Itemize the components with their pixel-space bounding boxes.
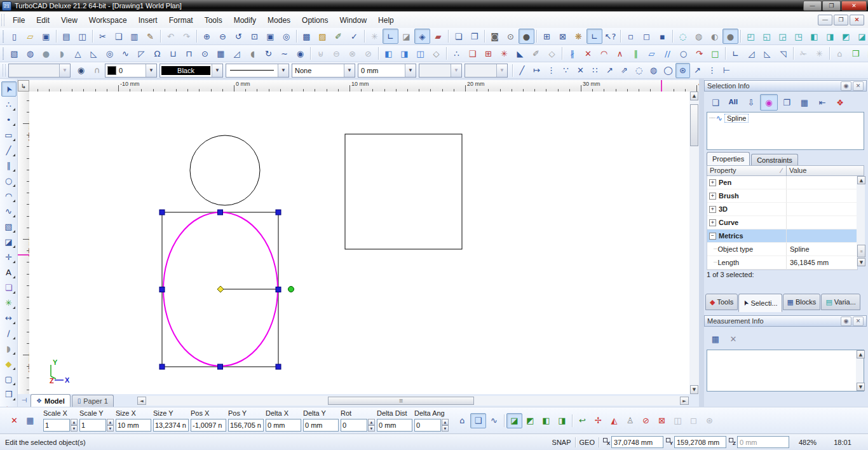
duplicate-tool-button[interactable]: ❒ [1, 386, 17, 402]
line-style-combo[interactable]: ▼ [226, 64, 289, 78]
snap-intersection-button[interactable]: ✕ [573, 63, 588, 78]
snap-free-button[interactable]: ╱ [515, 63, 529, 78]
property-row-3d[interactable]: +3D [707, 203, 857, 216]
snap-divide-button[interactable]: ⋮ [705, 63, 719, 78]
snap-aperture-button[interactable]: ⊛ [675, 63, 690, 78]
palette-tab-tools[interactable]: ◆Tools [705, 294, 738, 310]
selection-handle[interactable] [218, 210, 223, 215]
selection-handle[interactable] [276, 287, 281, 292]
report-table-button[interactable]: ▦ [707, 331, 724, 347]
spinner[interactable]: ▲▼ [107, 419, 114, 432]
snap-middle-button[interactable]: ↗ [602, 63, 617, 78]
measure-handles-button[interactable]: ⇤ [813, 94, 831, 111]
snap-arc-button[interactable]: ⇗ [617, 63, 632, 78]
tab-properties[interactable]: Properties [707, 152, 750, 165]
chevron-down-icon[interactable]: ▼ [405, 64, 416, 77]
select-all-button[interactable]: All [724, 94, 742, 111]
maximize-button[interactable]: ❐ [822, 1, 841, 11]
copy-button[interactable]: ❑ [111, 29, 126, 44]
snap-status-toggle[interactable]: SNAP [552, 439, 571, 446]
selection-handle[interactable] [218, 364, 223, 369]
meet-2-lines-button[interactable]: ✕ [580, 46, 596, 61]
sphere-mesh-button[interactable]: ◍ [22, 46, 38, 61]
tab-list-button[interactable]: ⊣ [18, 394, 31, 407]
layer-lock-button[interactable]: ∩ [89, 63, 105, 78]
field-input[interactable]: 156,705 n [228, 419, 264, 432]
camera-photo-button[interactable]: ⊙ [503, 29, 519, 44]
mdi-close-button[interactable]: ✕ [850, 15, 864, 25]
extrude-tool-button[interactable]: ◪ [1, 234, 17, 249]
workplane-facet-button[interactable]: ◨ [554, 413, 570, 428]
view-plan-button[interactable]: ◰ [743, 29, 759, 44]
selection-handle[interactable] [159, 210, 165, 215]
expand-icon[interactable]: + [709, 206, 716, 213]
ruler-origin-button[interactable]: ↳ [18, 80, 29, 92]
facet-edit-button[interactable]: ◇ [428, 46, 444, 61]
actor-button[interactable]: ♙ [622, 413, 638, 428]
menu-options[interactable]: Options [296, 14, 334, 27]
dimension-tool-button[interactable]: ↔ [1, 310, 17, 325]
arc-by-pick-button[interactable]: ↷ [691, 46, 707, 61]
chamfer-two-distances-button[interactable]: ◹ [775, 46, 791, 61]
insert-drawing-button[interactable]: ⊞ [539, 29, 555, 44]
chamfer-distance-button[interactable]: ◿ [743, 46, 759, 61]
spell-check-button[interactable]: ✓ [346, 29, 362, 44]
palette-tab-blocks[interactable]: ▦Blocks [783, 294, 821, 310]
print-button[interactable]: ▤ [58, 29, 74, 44]
hemisphere-button[interactable]: ◗ [54, 46, 70, 61]
insert-object-button[interactable]: ⊠ [555, 29, 571, 44]
workplane-by-entity-button[interactable]: ◣ [512, 46, 528, 61]
chevron-down-icon[interactable]: ▼ [146, 64, 156, 77]
property-row-brush[interactable]: +Brush [707, 189, 857, 203]
select-2d-tool-button[interactable]: ▢ [1, 371, 17, 386]
report-table-button[interactable]: ▦ [796, 94, 813, 111]
rotation-handle[interactable] [288, 287, 294, 292]
circle-tangent-button[interactable]: ○ [675, 46, 691, 61]
facet-intersect-button[interactable]: ◫ [412, 46, 428, 61]
menu-format[interactable]: Format [163, 14, 199, 27]
zoom-previous-button[interactable]: ↺ [231, 29, 247, 44]
collapse-icon[interactable]: − [709, 233, 716, 240]
extra-combo-2[interactable]: ▼ [465, 64, 508, 78]
selector-options-button[interactable]: ❖ [831, 94, 849, 111]
group-lock-button[interactable]: ⌂ [832, 46, 848, 61]
spinner[interactable]: ▲▼ [368, 419, 375, 432]
rotate-3d-button[interactable]: ↻ [261, 46, 276, 61]
rectangle-tool-button[interactable]: ▭ [1, 127, 17, 142]
horizontal-ruler[interactable]: -10 mm0 mm10 mm20 mm30 mm40 mm [29, 80, 699, 92]
field-input[interactable]: 0 [414, 419, 441, 432]
cylinder-hole-button[interactable]: ⊓ [181, 46, 197, 61]
spiral-button[interactable]: ◉ [292, 46, 308, 61]
cancel-button[interactable]: ✕ [6, 413, 22, 428]
selection-handle[interactable] [159, 364, 165, 369]
scroll-thumb[interactable] [690, 104, 698, 146]
extrude-button[interactable]: ◸ [133, 46, 149, 61]
shrink-trim-button[interactable]: ✁ [796, 46, 811, 61]
revolve-button[interactable]: Ω [149, 46, 165, 61]
line-pattern-combo[interactable]: None▼ [292, 64, 355, 78]
camera-button[interactable]: ◙ [487, 29, 503, 44]
field-input[interactable]: -1,0097 n [191, 419, 226, 432]
copy-properties-button[interactable]: ▩ [299, 29, 315, 44]
close-icon[interactable]: ✕ [853, 81, 864, 91]
menu-workspace[interactable]: Workspace [83, 14, 133, 27]
paste-button[interactable]: ▥ [126, 29, 142, 44]
grid-scrollbar[interactable]: ▲≡▼ [857, 176, 865, 266]
measurement-info-header[interactable]: Measurement Info ◉ ✕ [704, 315, 867, 327]
angle-ruler-button[interactable]: ◭ [606, 413, 622, 428]
symbols-palette-button[interactable]: ▨ [315, 29, 330, 44]
box-3d-button[interactable]: ▧ [6, 46, 22, 61]
text-tool-button[interactable]: A [1, 264, 17, 280]
spline-tool-button[interactable]: ∿ [1, 203, 17, 219]
chevron-down-icon[interactable]: ▼ [344, 64, 355, 77]
selection-info-header[interactable]: Selection Info ◉ ✕ [704, 80, 867, 92]
menu-view[interactable]: View [55, 14, 83, 27]
field-input[interactable]: 0 mm [266, 419, 301, 432]
grid-header[interactable]: Property ∕ Value [707, 165, 864, 176]
split-tool-button[interactable]: ∕ [1, 325, 17, 341]
vertical-ruler[interactable]: 170 mm160 mm150 mm [18, 92, 30, 394]
cylinder-button[interactable]: ⊔ [165, 46, 181, 61]
scroll-right-button[interactable]: ► [680, 397, 689, 405]
scroll-thumb[interactable]: ☰ [328, 397, 474, 405]
snap-line-button[interactable]: ↗ [690, 63, 705, 78]
